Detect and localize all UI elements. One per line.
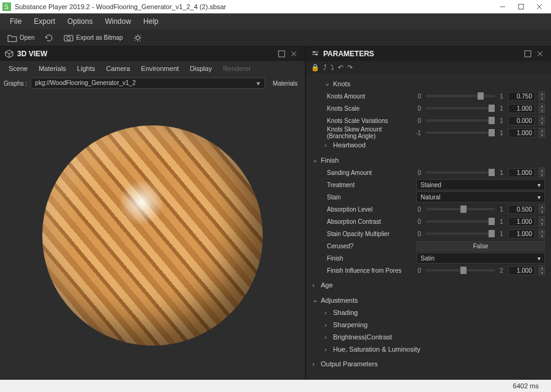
menu-options[interactable]: Options bbox=[61, 15, 99, 28]
value-absorption-level[interactable]: 0.500 bbox=[508, 205, 535, 214]
export-params-icon[interactable]: ⤴ bbox=[323, 64, 327, 71]
group-sharpening[interactable]: › Sharpening bbox=[306, 319, 551, 331]
undo-icon[interactable]: ↶ bbox=[338, 64, 343, 72]
undock-params-icon[interactable] bbox=[522, 49, 534, 59]
render-time: 6402 ms bbox=[513, 382, 539, 390]
cube-icon bbox=[5, 50, 13, 58]
slider-knots-scale-var[interactable] bbox=[426, 119, 495, 122]
tab-camera[interactable]: Camera bbox=[101, 63, 135, 74]
param-treatment: Treatment Stained▾ bbox=[306, 179, 551, 191]
menu-help[interactable]: Help bbox=[137, 15, 165, 28]
dropdown-treatment[interactable]: Stained▾ bbox=[416, 179, 545, 190]
group-heartwood-label: Heartwood bbox=[333, 141, 365, 149]
graphs-select[interactable]: pkg://WoodFlooring_Generator_v1_2 bbox=[31, 78, 265, 89]
export-bitmap-button[interactable]: Export as Bitmap bbox=[60, 32, 126, 43]
tab-renderer[interactable]: Renderer bbox=[218, 63, 256, 74]
close-params-icon[interactable] bbox=[534, 49, 546, 59]
close-button[interactable] bbox=[530, 1, 549, 13]
stepper-stain-opacity[interactable]: ▴▾ bbox=[539, 229, 545, 239]
menu-window[interactable]: Window bbox=[99, 15, 137, 28]
stepper-knots-amount[interactable]: ▴▾ bbox=[539, 91, 545, 101]
slider-absorption-contrast[interactable] bbox=[426, 220, 495, 223]
tab-lights[interactable]: Lights bbox=[72, 63, 100, 74]
chevron-down-icon[interactable]: ▾ bbox=[257, 80, 260, 87]
group-shading-label: Shading bbox=[333, 309, 358, 316]
lock-icon[interactable]: 🔒 bbox=[311, 64, 320, 72]
param-stain-opacity: Stain Opacity Multiplier 0 1 1.000 ▴▾ bbox=[306, 227, 551, 240]
value-knots-amount[interactable]: 0.750 bbox=[508, 92, 535, 101]
slider-finish-pores[interactable] bbox=[426, 269, 495, 272]
value-absorption-contrast[interactable]: 1.000 bbox=[508, 217, 535, 226]
value-stain-opacity[interactable]: 1.000 bbox=[508, 229, 535, 239]
group-hsl[interactable]: › Hue, Saturation & Luminosity bbox=[306, 343, 551, 355]
minimize-button[interactable] bbox=[493, 1, 512, 13]
viewport-3d[interactable] bbox=[0, 91, 305, 380]
group-age[interactable]: › Age bbox=[306, 279, 551, 291]
value-knots-scale-var[interactable]: 0.000 bbox=[508, 116, 535, 125]
menu-export[interactable]: Export bbox=[28, 15, 61, 28]
chevron-right-icon: › bbox=[324, 346, 329, 353]
slider-knots-skew[interactable] bbox=[426, 131, 495, 134]
slider-knots-scale[interactable] bbox=[426, 107, 495, 109]
group-shading[interactable]: › Shading bbox=[306, 306, 551, 319]
value-sanding[interactable]: 1.000 bbox=[508, 168, 535, 177]
value-knots-scale[interactable]: 1.000 bbox=[508, 104, 535, 113]
slider-stain-opacity[interactable] bbox=[426, 232, 495, 235]
stepper-knots-scale-var[interactable]: ▴▾ bbox=[539, 116, 545, 125]
stepper-finish-pores[interactable]: ▴▾ bbox=[539, 265, 545, 275]
maximize-button[interactable] bbox=[512, 1, 530, 13]
toggle-cerused[interactable]: False bbox=[416, 241, 545, 251]
chevron-right-icon: › bbox=[324, 141, 329, 149]
tab-environment[interactable]: Environment bbox=[136, 63, 184, 74]
group-finish-label: Finish bbox=[321, 157, 339, 164]
settings-button[interactable] bbox=[129, 32, 146, 43]
panel-parameters: PARAMETERS 🔒 ⤴ ⤵ ↶ ↷ ⌄ Knots Knots Amoun… bbox=[306, 46, 551, 380]
chevron-right-icon: › bbox=[312, 360, 317, 368]
slider-knots-amount[interactable] bbox=[426, 95, 495, 97]
stepper-sanding[interactable]: ▴▾ bbox=[539, 168, 545, 177]
materials-button[interactable]: Materials bbox=[269, 79, 301, 88]
undock-icon[interactable] bbox=[276, 49, 288, 59]
refresh-button[interactable] bbox=[40, 32, 58, 43]
close-panel-icon[interactable] bbox=[288, 49, 300, 59]
dropdown-finish[interactable]: Satin▾ bbox=[416, 253, 545, 264]
chevron-down-icon: ▾ bbox=[538, 255, 541, 262]
menu-file[interactable]: File bbox=[4, 15, 28, 28]
stepper-knots-scale[interactable]: ▴▾ bbox=[539, 103, 545, 113]
chevron-down-icon: ▾ bbox=[538, 194, 541, 201]
window-title: Substance Player 2019.2 - WoodFlooring_G… bbox=[15, 3, 493, 10]
stepper-knots-skew[interactable]: ▴▾ bbox=[539, 128, 545, 138]
group-output-label: Output Parameters bbox=[321, 360, 378, 368]
tab-scene[interactable]: Scene bbox=[4, 63, 32, 74]
group-age-label: Age bbox=[321, 281, 333, 289]
group-adjustments[interactable]: ⌄ Adjustments bbox=[306, 294, 551, 306]
stepper-absorption-level[interactable]: ▴▾ bbox=[539, 204, 545, 214]
slider-sanding[interactable] bbox=[426, 171, 495, 174]
group-brightness-contrast[interactable]: › Brightness|Contrast bbox=[306, 331, 551, 343]
chevron-right-icon: › bbox=[324, 333, 329, 341]
slider-absorption-level[interactable] bbox=[426, 208, 495, 210]
svg-rect-3 bbox=[519, 4, 523, 9]
group-brightness-contrast-label: Brightness|Contrast bbox=[333, 333, 392, 341]
param-knots-skew: Knots Skew Amount (Branching Angle) -1 1… bbox=[306, 127, 551, 139]
import-params-icon[interactable]: ⤵ bbox=[331, 64, 334, 71]
param-finish-pores: Finish Influence from Pores 0 2 1.000 ▴▾ bbox=[306, 264, 551, 276]
group-output-parameters[interactable]: › Output Parameters bbox=[306, 358, 551, 370]
svg-point-15 bbox=[316, 54, 318, 56]
param-absorption-contrast: Absorption Contrast 0 1 1.000 ▴▾ bbox=[306, 215, 551, 227]
open-button[interactable]: Open bbox=[4, 32, 38, 43]
refresh-icon bbox=[44, 34, 54, 42]
stepper-absorption-contrast[interactable]: ▴▾ bbox=[539, 216, 545, 226]
param-absorption-level: Absorption Level 0 1 0.500 ▴▾ bbox=[306, 203, 551, 215]
group-heartwood[interactable]: › Heartwood bbox=[306, 139, 551, 151]
dropdown-stain[interactable]: Natural▾ bbox=[416, 191, 545, 202]
value-knots-skew[interactable]: 1.000 bbox=[508, 128, 535, 138]
group-finish[interactable]: ⌄ Finish bbox=[306, 153, 551, 166]
value-finish-pores[interactable]: 1.000 bbox=[508, 266, 535, 275]
tab-display[interactable]: Display bbox=[185, 63, 217, 74]
group-knots[interactable]: ⌄ Knots bbox=[306, 77, 551, 90]
redo-icon[interactable]: ↷ bbox=[347, 64, 353, 72]
parameters-scroll[interactable]: ⌄ Knots Knots Amount 0 1 0.750 ▴▾ Knots … bbox=[306, 73, 551, 380]
group-knots-label: Knots bbox=[333, 80, 350, 87]
tab-materials[interactable]: Materials bbox=[34, 63, 71, 74]
